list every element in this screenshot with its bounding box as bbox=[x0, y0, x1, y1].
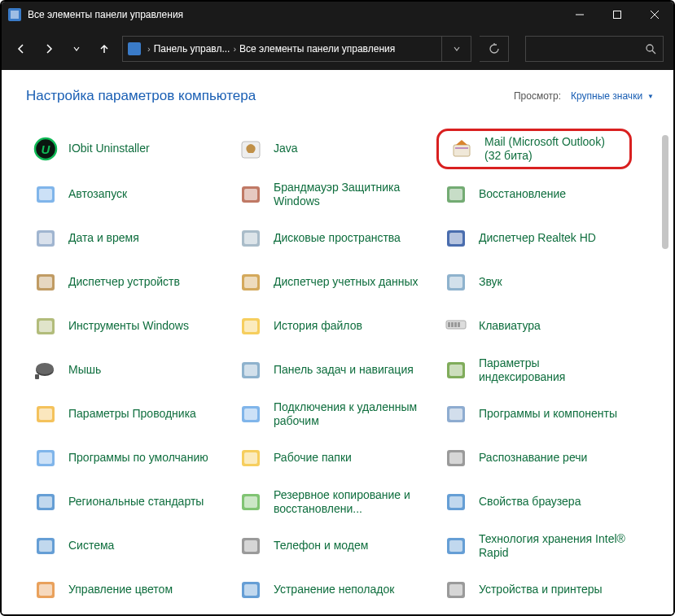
item-label: Автозапуск bbox=[68, 187, 127, 202]
item-icon bbox=[441, 400, 471, 429]
item-icon bbox=[441, 531, 471, 561]
item-icon bbox=[236, 224, 265, 253]
breadcrumb-part[interactable]: Панель управл... bbox=[154, 43, 230, 55]
item-label: Рабочие папки bbox=[274, 451, 352, 465]
history-dropdown[interactable] bbox=[67, 39, 86, 59]
svg-rect-60 bbox=[39, 496, 52, 508]
item-label: Подключения к удаленным рабочим bbox=[274, 400, 422, 429]
control-panel-item[interactable]: Автозапуск bbox=[26, 176, 221, 213]
control-panel-item[interactable]: Телефон и модем bbox=[231, 527, 427, 565]
control-panel-item[interactable]: Звук bbox=[436, 264, 632, 301]
item-icon bbox=[441, 356, 471, 385]
svg-rect-34 bbox=[244, 321, 257, 332]
item-label: Восстановление bbox=[479, 187, 566, 202]
scrollbar[interactable] bbox=[660, 78, 670, 606]
address-bar: › Панель управл... › Все элементы панели… bbox=[2, 28, 673, 70]
item-label: Устройства и принтеры bbox=[479, 583, 603, 597]
chevron-down-icon: ▼ bbox=[647, 93, 654, 100]
item-label: Дата и время bbox=[68, 231, 139, 246]
item-label: Диспетчер учетных данных bbox=[274, 275, 419, 290]
address-field[interactable]: › Панель управл... › Все элементы панели… bbox=[122, 36, 471, 62]
control-panel-item[interactable]: Свойства браузера bbox=[436, 483, 632, 521]
svg-rect-20 bbox=[39, 233, 52, 244]
control-panel-item[interactable]: Резервное копирование и восстановлени... bbox=[231, 483, 427, 521]
control-panel-item[interactable]: Дисковые пространства bbox=[231, 220, 427, 257]
control-panel-item[interactable]: Диспетчер устройств bbox=[26, 264, 221, 301]
view-label: Просмотр: bbox=[514, 90, 561, 102]
control-panel-item[interactable]: Рабочие папки bbox=[231, 439, 427, 477]
control-panel-item[interactable]: Программы по умолчанию bbox=[26, 439, 221, 477]
minimize-button[interactable] bbox=[561, 2, 598, 28]
control-panel-item[interactable]: Брандмауэр Защитника Windows bbox=[231, 176, 427, 213]
control-panel-item[interactable]: Дата и время bbox=[26, 220, 221, 257]
chevron-right-icon: › bbox=[147, 44, 151, 54]
control-panel-item[interactable]: Диспетчер Realtek HD bbox=[436, 220, 632, 257]
svg-rect-54 bbox=[39, 452, 52, 464]
item-label: Дисковые пространства bbox=[274, 231, 401, 246]
search-input[interactable] bbox=[525, 36, 664, 62]
scrollbar-thumb[interactable] bbox=[662, 135, 668, 249]
item-icon bbox=[236, 180, 265, 209]
address-dropdown-button[interactable] bbox=[441, 37, 471, 61]
item-label: Мышь bbox=[68, 363, 101, 378]
svg-rect-39 bbox=[458, 322, 460, 327]
control-panel-item[interactable]: Программы и компоненты bbox=[436, 395, 632, 433]
control-panel-item[interactable]: Подключения к удаленным рабочим bbox=[231, 395, 427, 433]
control-panel-item[interactable]: Java bbox=[231, 129, 427, 169]
control-panel-item[interactable]: Мышь bbox=[26, 352, 221, 389]
svg-rect-50 bbox=[244, 408, 257, 420]
item-label: Брандмауэр Защитника Windows bbox=[274, 181, 422, 209]
item-icon bbox=[236, 487, 265, 517]
item-icon bbox=[236, 400, 265, 429]
control-panel-item[interactable]: Инструменты Windows bbox=[26, 308, 221, 345]
location-icon bbox=[128, 42, 141, 55]
svg-rect-22 bbox=[244, 233, 257, 244]
up-button[interactable] bbox=[94, 39, 114, 59]
svg-rect-24 bbox=[449, 233, 462, 244]
item-icon: U bbox=[31, 134, 60, 164]
control-panel-item[interactable]: Система bbox=[26, 527, 221, 565]
svg-rect-42 bbox=[35, 374, 39, 379]
control-panel-item[interactable]: Распознавание речи bbox=[436, 439, 632, 477]
svg-rect-2 bbox=[614, 11, 621, 19]
control-panel-item[interactable]: Технология хранения Intel® Rapid bbox=[436, 527, 632, 565]
control-panel-item[interactable]: Устранение неполадок bbox=[231, 571, 427, 609]
control-panel-item[interactable]: Панель задач и навигация bbox=[231, 352, 427, 389]
item-label: Распознавание речи bbox=[479, 451, 587, 465]
control-panel-item[interactable]: Клавиатура bbox=[436, 308, 632, 345]
forward-button[interactable] bbox=[39, 39, 59, 59]
svg-point-5 bbox=[647, 45, 653, 51]
control-panel-item[interactable]: Устройства и принтеры bbox=[436, 571, 632, 609]
item-label: Панель задач и навигация bbox=[274, 363, 414, 378]
control-panel-item[interactable]: Региональные стандарты bbox=[26, 483, 221, 521]
item-icon bbox=[441, 487, 471, 517]
breadcrumb-part[interactable]: Все элементы панели управления bbox=[239, 43, 395, 55]
item-label: Технология хранения Intel® Rapid bbox=[479, 532, 627, 561]
svg-line-6 bbox=[652, 50, 655, 54]
item-icon bbox=[236, 268, 265, 297]
control-panel-item[interactable]: Восстановление bbox=[436, 176, 632, 213]
control-panel-item[interactable]: UIObit Uninstaller bbox=[26, 129, 221, 169]
maximize-button[interactable] bbox=[598, 2, 636, 28]
svg-rect-14 bbox=[39, 189, 52, 200]
item-label: История файлов bbox=[274, 319, 362, 334]
back-button[interactable] bbox=[11, 39, 31, 59]
page-title: Настройка параметров компьютера bbox=[26, 88, 514, 104]
control-panel-item[interactable]: Mail (Microsoft Outlook) (32 бита) bbox=[436, 129, 632, 169]
svg-rect-64 bbox=[449, 496, 462, 508]
control-panel-item[interactable]: Диспетчер учетных данных bbox=[231, 264, 427, 301]
item-icon bbox=[447, 134, 476, 164]
svg-rect-36 bbox=[448, 322, 450, 327]
view-selector[interactable]: Крупные значки ▼ bbox=[571, 90, 654, 102]
item-label: Параметры индексирования bbox=[479, 356, 627, 385]
control-panel-item[interactable]: Параметры индексирования bbox=[436, 352, 632, 389]
control-panel-item[interactable]: История файлов bbox=[231, 308, 427, 345]
close-button[interactable] bbox=[636, 2, 673, 28]
item-label: Резервное копирование и восстановлени... bbox=[274, 488, 422, 517]
refresh-button[interactable] bbox=[480, 36, 509, 62]
svg-rect-30 bbox=[449, 277, 462, 288]
item-label: Управление цветом bbox=[68, 583, 173, 597]
control-panel-item[interactable]: Управление цветом bbox=[26, 571, 221, 609]
control-panel-item[interactable]: Параметры Проводника bbox=[26, 395, 221, 433]
svg-rect-48 bbox=[39, 408, 52, 420]
